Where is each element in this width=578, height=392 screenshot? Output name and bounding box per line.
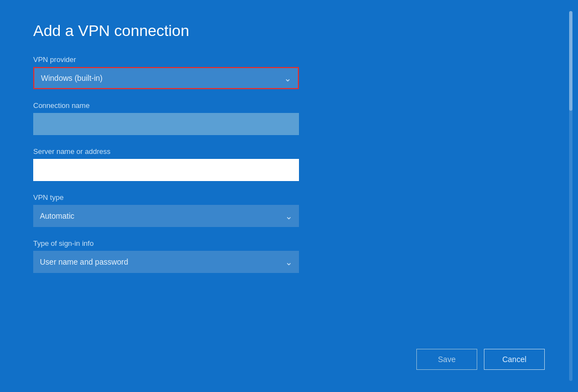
connection-name-input[interactable]	[33, 113, 299, 135]
vpn-provider-group: VPN provider Windows (built-in) ⌄	[33, 55, 545, 89]
scrollbar[interactable]	[569, 11, 572, 381]
vpn-type-group: VPN type Automatic ⌄	[33, 193, 545, 227]
vpn-provider-dropdown[interactable]: Windows (built-in) ⌄	[33, 67, 299, 89]
sign-in-info-dropdown[interactable]: User name and password ⌄	[33, 251, 299, 273]
connection-name-group: Connection name	[33, 101, 545, 135]
button-row: Save Cancel	[416, 349, 545, 370]
save-button[interactable]: Save	[416, 349, 477, 370]
vpn-dialog: Add a VPN connection VPN provider Window…	[0, 0, 578, 392]
vpn-provider-chevron-icon: ⌄	[284, 73, 291, 84]
sign-in-info-chevron-icon: ⌄	[285, 257, 292, 267]
vpn-provider-label: VPN provider	[33, 55, 545, 64]
sign-in-info-group: Type of sign-in info User name and passw…	[33, 239, 545, 273]
server-name-input[interactable]	[33, 159, 299, 181]
vpn-provider-value: Windows (built-in)	[41, 74, 102, 82]
sign-in-info-label: Type of sign-in info	[33, 239, 545, 247]
connection-name-label: Connection name	[33, 101, 545, 110]
server-name-label: Server name or address	[33, 147, 545, 156]
server-name-group: Server name or address	[33, 147, 545, 181]
cancel-button[interactable]: Cancel	[484, 349, 545, 370]
vpn-type-value: Automatic	[40, 212, 74, 220]
scrollbar-thumb	[569, 11, 572, 111]
vpn-type-chevron-icon: ⌄	[285, 211, 292, 221]
vpn-type-label: VPN type	[33, 193, 545, 202]
vpn-type-dropdown[interactable]: Automatic ⌄	[33, 205, 299, 227]
dialog-title: Add a VPN connection	[33, 22, 545, 40]
sign-in-info-value: User name and password	[40, 257, 128, 266]
